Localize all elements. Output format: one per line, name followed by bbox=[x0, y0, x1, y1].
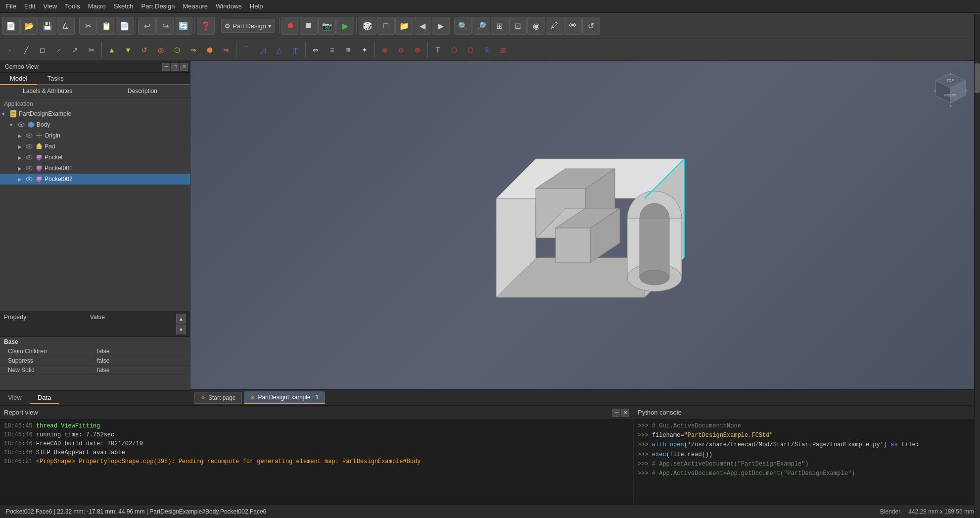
save-button[interactable]: 💾 bbox=[39, 17, 56, 35]
redo-button[interactable]: ↪ bbox=[156, 17, 174, 35]
view-turntable-button[interactable]: ↺ bbox=[582, 17, 600, 35]
additive-pipe-button[interactable]: ⇒ bbox=[186, 42, 201, 58]
report-scrollbar-thumb[interactable] bbox=[975, 63, 980, 93]
subtract-button[interactable]: ⊖ bbox=[393, 42, 409, 58]
undo-button[interactable]: ↩ bbox=[138, 17, 156, 35]
tree-item-pad[interactable]: ▶ Pad bbox=[0, 141, 190, 152]
boolean-button[interactable]: ⊕ bbox=[377, 42, 393, 58]
property-scroll-up[interactable]: ▲ bbox=[176, 314, 186, 324]
save-macro-button[interactable]: 📷 bbox=[318, 17, 336, 35]
menu-tools[interactable]: Tools bbox=[61, 1, 84, 11]
pocket-button[interactable]: ▼ bbox=[120, 42, 136, 58]
fit-selection-button[interactable]: ⊡ bbox=[509, 17, 527, 35]
menu-edit[interactable]: Edit bbox=[20, 1, 39, 11]
draft-button[interactable]: △ bbox=[271, 42, 287, 58]
tab-model[interactable]: Model bbox=[0, 73, 37, 85]
tree-item-pocket002[interactable]: ▶ Pocket002 bbox=[0, 174, 190, 185]
tab-start-page[interactable]: ⚙ Start page bbox=[194, 392, 242, 404]
combo-maximize-button[interactable]: □ bbox=[171, 63, 179, 71]
tab-description[interactable]: Description bbox=[95, 87, 190, 95]
tab-labels-attributes[interactable]: Labels & Attributes bbox=[0, 87, 95, 95]
tab-tasks[interactable]: Tasks bbox=[37, 73, 73, 85]
fillet-button[interactable]: ⌒ bbox=[238, 42, 254, 58]
stereo-button[interactable]: 👁 bbox=[564, 17, 582, 35]
menu-windows[interactable]: Windows bbox=[212, 1, 246, 11]
intersect-button[interactable]: ⊗ bbox=[410, 42, 425, 58]
menu-sketch[interactable]: Sketch bbox=[110, 1, 138, 11]
tree-item-pocket001[interactable]: ▶ Pocket001 bbox=[0, 163, 190, 174]
clone-button[interactable]: ⎘ bbox=[479, 42, 495, 58]
report-scrollbar[interactable] bbox=[974, 14, 980, 518]
new-file-button[interactable]: 📄 bbox=[2, 17, 20, 35]
property-scroll-down[interactable]: ▼ bbox=[176, 325, 186, 334]
3d-viewport[interactable]: FRONT TOP ▾ ▾ ▾ ▾ ⚙ Start page ⚙ PartDes… bbox=[190, 61, 980, 405]
shape-binder-button[interactable]: ⬡ bbox=[446, 42, 462, 58]
view-back-button[interactable]: ◀ bbox=[414, 17, 431, 35]
run-macro-button[interactable]: ▶ bbox=[336, 17, 354, 35]
subtractive-loft-button[interactable]: ⬢ bbox=[202, 42, 218, 58]
record-macro-button[interactable]: ⏺ bbox=[281, 17, 299, 35]
property-row-claim-children[interactable]: Claim Children false bbox=[0, 347, 190, 356]
additive-loft-button[interactable]: ⬡ bbox=[169, 42, 185, 58]
fit-all-button[interactable]: ⊞ bbox=[491, 17, 509, 35]
polar-pattern-button[interactable]: ✵ bbox=[340, 42, 356, 58]
refresh-button[interactable]: 🔄 bbox=[175, 17, 192, 35]
sub-shape-binder-button[interactable]: ⬡ bbox=[463, 42, 478, 58]
sketch-polyline-button[interactable]: ⟋ bbox=[51, 42, 67, 58]
sketch-rect-button[interactable]: ◻ bbox=[35, 42, 50, 58]
tree-item-origin[interactable]: ▶ Origin bbox=[0, 130, 190, 141]
view-perspective-button[interactable]: □ bbox=[377, 17, 395, 35]
copy-button[interactable]: 📋 bbox=[97, 17, 115, 35]
std-view-button[interactable]: ◉ bbox=[527, 17, 545, 35]
zoom-out-button[interactable]: 🔎 bbox=[472, 17, 490, 35]
tab-view[interactable]: View bbox=[0, 392, 30, 404]
zoom-in-button[interactable]: 🔍 bbox=[454, 17, 472, 35]
view-3d-button[interactable]: 🎲 bbox=[359, 17, 376, 35]
sketch-line-button[interactable]: ╱ bbox=[18, 42, 34, 58]
navigation-cube[interactable]: FRONT TOP ▾ ▾ ▾ ▾ bbox=[931, 71, 970, 110]
print-button[interactable]: 🖨 bbox=[57, 17, 75, 35]
paste-button[interactable]: 📄 bbox=[116, 17, 134, 35]
pad-button[interactable]: ▲ bbox=[104, 42, 120, 58]
menu-macro[interactable]: Macro bbox=[84, 1, 110, 11]
view-forward-button[interactable]: ▶ bbox=[432, 17, 450, 35]
cut-button[interactable]: ✂ bbox=[79, 17, 97, 35]
tab-data[interactable]: Data bbox=[30, 392, 59, 404]
property-row-new-solid[interactable]: New Solid false bbox=[0, 366, 190, 375]
move-object-button[interactable]: ⊞ bbox=[495, 42, 511, 58]
combo-close-button[interactable]: ✕ bbox=[180, 63, 188, 71]
menu-file[interactable]: File bbox=[2, 1, 20, 11]
menu-help[interactable]: Help bbox=[246, 1, 267, 11]
tree-item-body[interactable]: ▾ Body bbox=[0, 119, 190, 130]
open-file-button[interactable]: 📂 bbox=[20, 17, 38, 35]
workbench-selector[interactable]: ⚙ Part Design ▾ bbox=[221, 19, 275, 33]
multitransform-button[interactable]: ✦ bbox=[357, 42, 373, 58]
chamfer-button[interactable]: ◿ bbox=[255, 42, 271, 58]
subtractive-pipe-button[interactable]: ⇒ bbox=[218, 42, 234, 58]
annotation-button[interactable]: T bbox=[430, 42, 446, 58]
linear-pattern-button[interactable]: ≡ bbox=[324, 42, 340, 58]
thickness-button[interactable]: ◫ bbox=[287, 42, 303, 58]
stop-macro-button[interactable]: ⏹ bbox=[300, 17, 318, 35]
view-group-button[interactable]: 📁 bbox=[395, 17, 413, 35]
tree-item-pocket[interactable]: ▶ Pocket bbox=[0, 152, 190, 163]
report-view-btn2[interactable]: ✕ bbox=[621, 409, 629, 417]
sketch-trim-button[interactable]: ✂ bbox=[84, 42, 99, 58]
draw-style-button[interactable]: 🖊 bbox=[546, 17, 563, 35]
tree-label-pocket001: Pocket001 bbox=[45, 165, 73, 172]
python-console-content[interactable]: >>> # Gui.ActiveDocument=None >>> filena… bbox=[634, 420, 980, 504]
property-row-suppress[interactable]: Suppress false bbox=[0, 356, 190, 366]
tree-item-document[interactable]: ▾ PartDesignExample bbox=[0, 108, 190, 119]
mirrored-button[interactable]: ⇔ bbox=[308, 42, 324, 58]
report-view-btn1[interactable]: ─ bbox=[612, 409, 620, 417]
sketch-fillet-button[interactable]: ↗ bbox=[67, 42, 83, 58]
sketch-point-button[interactable]: · bbox=[2, 42, 18, 58]
what-this-button[interactable]: ❓ bbox=[197, 17, 215, 35]
menu-measure[interactable]: Measure bbox=[179, 1, 212, 11]
combo-minimize-button[interactable]: ─ bbox=[162, 63, 170, 71]
revolution-button[interactable]: ↺ bbox=[137, 42, 152, 58]
menu-view[interactable]: View bbox=[39, 1, 61, 11]
groove-button[interactable]: ◎ bbox=[153, 42, 169, 58]
menu-part-design[interactable]: Part Design bbox=[138, 1, 179, 11]
tab-part-design-example[interactable]: ⚙ PartDesignExample : 1 bbox=[244, 391, 325, 404]
